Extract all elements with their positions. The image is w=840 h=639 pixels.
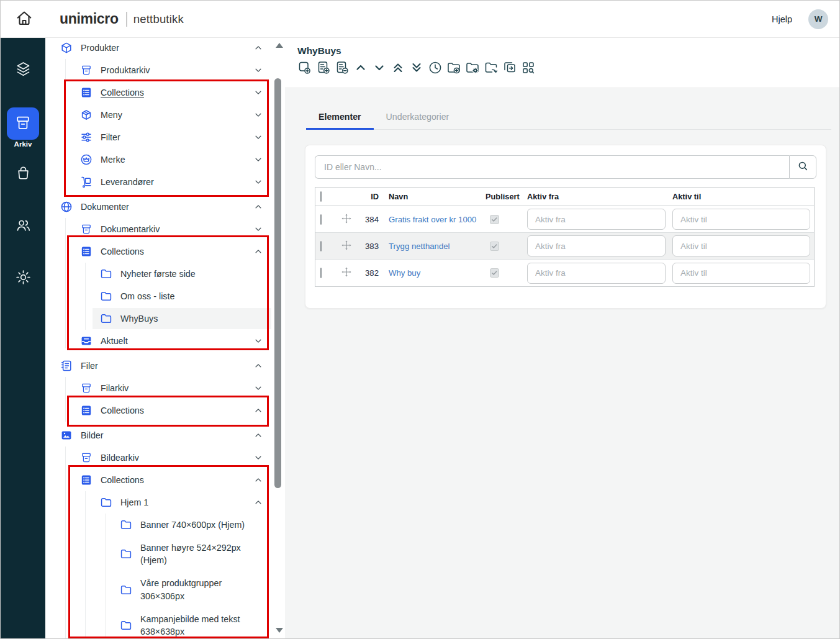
chevron-down-icon[interactable]: [254, 66, 263, 75]
aktiv-til-input[interactable]: [672, 263, 810, 284]
tree-item-banner-h-yre-524-292px-hjem[interactable]: Banner høyre 524×292px (Hjem): [45, 537, 285, 572]
drag-handle[interactable]: [334, 240, 359, 253]
add-square-icon: [297, 60, 312, 77]
add-list-button[interactable]: [316, 60, 331, 76]
aktiv-fra-input[interactable]: [527, 235, 666, 256]
tree-item-collections[interactable]: Collections: [45, 399, 285, 422]
tree-item-nyheter-f-rste-side[interactable]: Nyheter første side: [45, 263, 285, 285]
chevron-up-icon[interactable]: [254, 202, 263, 211]
package-icon: [60, 42, 73, 54]
tree-item-banner-740-600px-hjem[interactable]: Banner 740×600px (Hjem): [45, 514, 285, 537]
row-checkbox[interactable]: [320, 241, 322, 252]
tree-item-bildearkiv[interactable]: Bildearkiv: [45, 446, 285, 469]
chevron-down-icon[interactable]: [254, 111, 263, 119]
tree-item-label: Collections: [101, 474, 144, 487]
drag-handle[interactable]: [334, 266, 359, 279]
search-input[interactable]: [315, 155, 789, 179]
double-chevron-up-icon: [391, 60, 405, 77]
tree-item-v-re-produktgrupper-306-306px[interactable]: Våre produktgrupper 306×306px: [45, 572, 285, 607]
tree-item-hjem-1[interactable]: Hjem 1: [45, 491, 285, 514]
help-link[interactable]: Hjelp: [772, 14, 792, 24]
tree-item-label: Aktuelt: [101, 335, 128, 348]
scroll-down-arrow[interactable]: [276, 628, 283, 633]
layers-nav-button[interactable]: [12, 58, 34, 81]
published-checkbox[interactable]: [490, 215, 499, 224]
row-checkbox[interactable]: [320, 268, 322, 278]
arkiv-nav-button[interactable]: [7, 107, 39, 140]
tree-item-collections[interactable]: Collections: [45, 469, 285, 491]
tree-item-label: Collections: [101, 86, 144, 99]
header-cell: [315, 192, 334, 201]
double-chevron-down-button[interactable]: [409, 60, 424, 76]
chevron-down-icon[interactable]: [254, 453, 263, 462]
chevron-down-icon[interactable]: [254, 225, 263, 233]
chevron-up-button[interactable]: [353, 60, 368, 76]
tree-item-kampanjebilde-med-tekst-638-638px[interactable]: Kampanjebilde med tekst 638×638px: [45, 608, 285, 638]
chevron-up-icon[interactable]: [254, 361, 263, 370]
select-all-checkbox[interactable]: [320, 191, 322, 202]
chevron-down-icon[interactable]: [254, 88, 263, 97]
row-name-link[interactable]: Trygg netthandel: [389, 242, 449, 251]
tree-item-produkter[interactable]: Produkter: [45, 38, 285, 59]
folder-add-button[interactable]: [446, 60, 461, 76]
tab-underkategorier[interactable]: Underkategorier: [374, 107, 462, 129]
orders-nav-button[interactable]: [12, 163, 34, 185]
file-move-button[interactable]: [484, 60, 499, 76]
published-checkbox[interactable]: [490, 242, 499, 251]
tree-item-filer[interactable]: Filer: [45, 355, 285, 377]
tab-elementer[interactable]: Elementer: [306, 107, 374, 129]
add-square-button[interactable]: [297, 60, 312, 76]
brand-product: nettbutikk: [133, 12, 184, 26]
chevron-down-icon[interactable]: [254, 337, 263, 345]
tree-item-bilder[interactable]: Bilder: [45, 424, 285, 446]
aktiv-til-input[interactable]: [672, 235, 810, 256]
tree-item-filter[interactable]: Filter: [45, 126, 285, 148]
customers-nav-button[interactable]: [12, 215, 34, 237]
chevron-down-icon[interactable]: [254, 155, 263, 164]
chevron-down-icon[interactable]: [254, 384, 263, 392]
search-button[interactable]: [789, 155, 816, 179]
tree-scrollbar[interactable]: [274, 78, 281, 488]
clock-button[interactable]: [428, 60, 443, 76]
settings-nav-button[interactable]: [12, 267, 34, 289]
tree-item-merke[interactable]: Merke: [45, 148, 285, 171]
row-name-link[interactable]: Why buy: [389, 268, 420, 278]
chevron-down-button[interactable]: [372, 60, 387, 76]
tree-item-collections[interactable]: Collections: [45, 240, 285, 263]
chevron-up-icon[interactable]: [254, 476, 263, 484]
aktiv-til-input[interactable]: [672, 209, 810, 230]
tree-item-aktuelt[interactable]: Aktuelt: [45, 330, 285, 352]
tree-item-dokumentarkiv[interactable]: Dokumentarkiv: [45, 218, 285, 240]
chevron-up-icon[interactable]: [254, 406, 263, 415]
chevron-up-icon[interactable]: [254, 498, 263, 507]
brand-divider: [126, 12, 127, 27]
chevron-down-icon[interactable]: [254, 133, 263, 142]
double-chevron-up-button[interactable]: [391, 60, 405, 76]
chevron-up-icon[interactable]: [254, 247, 263, 256]
chevron-down-icon[interactable]: [254, 178, 263, 186]
tree-item-om-oss-liste[interactable]: Om oss - liste: [45, 285, 285, 307]
scroll-up-arrow[interactable]: [276, 43, 283, 48]
aktiv-fra-input[interactable]: [527, 263, 666, 284]
user-avatar[interactable]: W: [808, 9, 828, 29]
published-checkbox[interactable]: [490, 268, 499, 278]
tree-item-collections[interactable]: Collections: [45, 81, 285, 104]
chevron-up-icon[interactable]: [254, 43, 263, 52]
archive-icon: [14, 114, 32, 134]
remove-list-button[interactable]: [335, 60, 350, 76]
tree-item-filarkiv[interactable]: Filarkiv: [45, 377, 285, 399]
tree-item-leverand-rer[interactable]: Leverandører: [45, 171, 285, 193]
tree-item-dokumenter[interactable]: Dokumenter: [45, 196, 285, 218]
grid-search-button[interactable]: [521, 60, 536, 76]
duplicate-button[interactable]: [502, 60, 517, 76]
tree-item-whybuys[interactable]: WhyBuys: [45, 307, 285, 330]
drag-handle[interactable]: [334, 213, 359, 226]
row-name-link[interactable]: Gratis frakt over kr 1000: [389, 215, 476, 224]
tree-item-meny[interactable]: Meny: [45, 104, 285, 126]
row-checkbox[interactable]: [320, 214, 322, 225]
folder-gear-button[interactable]: [465, 60, 480, 76]
chevron-up-icon[interactable]: [254, 431, 263, 440]
aktiv-fra-input[interactable]: [527, 209, 666, 230]
tree-item-produktarkiv[interactable]: Produktarkiv: [45, 59, 285, 81]
home-button[interactable]: [14, 9, 35, 30]
